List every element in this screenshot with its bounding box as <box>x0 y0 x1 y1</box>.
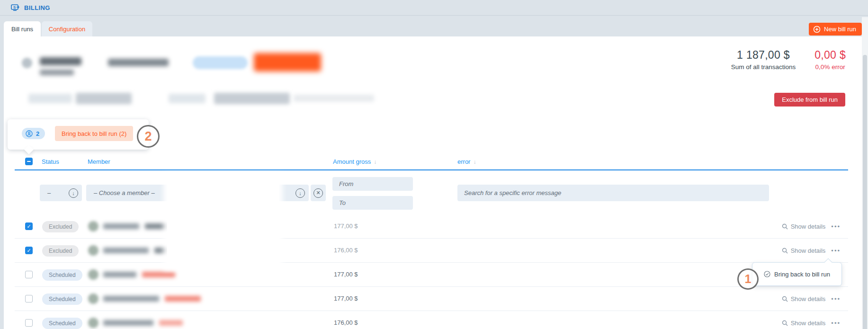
select-all-checkbox[interactable] <box>25 158 33 165</box>
action-badge-redacted <box>254 53 321 71</box>
meta-1-redacted <box>28 94 72 103</box>
sum-label: Sum of all transactions <box>731 63 796 71</box>
clear-icon[interactable]: ✕ <box>313 188 323 198</box>
column-member: Member <box>88 158 110 165</box>
member-avatar <box>88 293 98 304</box>
row-checkbox[interactable] <box>25 271 33 278</box>
column-status: Status <box>42 158 59 165</box>
row-checkbox[interactable]: ✓ <box>25 222 33 230</box>
bill-run-stats: 1 187,00 $ Sum of all transactions 0,00 … <box>731 49 846 71</box>
table-header: Status Member Amount gross↓ error↓ <box>15 156 848 169</box>
amount-to-input[interactable] <box>332 199 430 206</box>
member-filter-select[interactable]: – Choose a member – ↓ <box>86 185 309 201</box>
search-icon <box>782 320 788 326</box>
error-search-input[interactable] <box>457 189 769 196</box>
status-badge-redacted <box>193 56 248 69</box>
show-details-button[interactable]: Show details <box>782 295 826 302</box>
row-checkbox[interactable] <box>25 319 33 327</box>
meta-3-redacted <box>169 94 206 103</box>
page-title-text: BILLING <box>24 4 50 11</box>
scrollbar-track <box>862 17 868 329</box>
error-search-filter[interactable] <box>457 185 769 201</box>
status-badge: Excluded <box>42 221 79 232</box>
sort-down-icon[interactable]: ↓ <box>473 159 476 165</box>
status-badge: Scheduled <box>42 269 82 281</box>
member-name-redacted <box>103 320 153 326</box>
show-details-button[interactable]: Show details <box>782 320 826 327</box>
billing-page: S BILLING Bill runs Configuration New bi… <box>0 0 868 329</box>
svg-text:S: S <box>13 5 16 9</box>
member-avatar <box>88 318 98 328</box>
dropdown-arrow-icon[interactable]: ↓ <box>295 188 305 198</box>
row-checkbox[interactable] <box>25 295 33 302</box>
row-context-menu[interactable]: Bring back to bill run <box>752 262 842 286</box>
amount-cell: 176,00 $ <box>334 247 358 254</box>
table-row: Scheduled 177,00 $ Show details <box>15 263 848 287</box>
amount-cell: 177,00 $ <box>334 295 358 302</box>
member-tag-redacted <box>159 320 183 326</box>
column-amount-gross[interactable]: Amount gross↓ <box>333 158 376 165</box>
amount-to-filter[interactable] <box>332 196 413 210</box>
clear-member-filter-button[interactable]: ✕ <box>311 185 326 201</box>
member-avatar <box>88 245 98 256</box>
table-row: Scheduled 176,00 $ Show details <box>15 311 848 329</box>
member-avatar <box>88 221 98 231</box>
top-bar: S BILLING <box>0 0 868 16</box>
more-actions-icon[interactable] <box>831 249 841 252</box>
tab-bill-runs[interactable]: Bill runs <box>4 21 41 36</box>
amount-from-filter[interactable] <box>332 177 413 191</box>
row-checkbox[interactable]: ✓ <box>25 247 33 254</box>
member-avatar <box>88 269 98 280</box>
tab-configuration[interactable]: Configuration <box>42 21 92 36</box>
check-circle-icon <box>764 271 770 277</box>
annotation-circle-1: 1 <box>737 268 759 290</box>
error-percent-label: 0,0% error <box>815 63 845 71</box>
bill-run-avatar <box>22 58 32 68</box>
member-tag-redacted <box>165 296 201 302</box>
dropdown-arrow-icon[interactable]: ↓ <box>69 188 78 198</box>
amount-cell: 177,00 $ <box>334 271 358 278</box>
amount-cell: 176,00 $ <box>334 319 358 326</box>
table-row: ✓ Excluded 176,00 $ Show details <box>15 239 848 263</box>
exclude-from-bill-run-button[interactable]: Exclude from bill run <box>774 93 845 107</box>
error-sum-value: 0,00 $ <box>814 49 846 62</box>
member-tag-redacted <box>145 223 185 229</box>
member-tag-redacted <box>154 248 192 253</box>
member-name-redacted <box>103 248 149 253</box>
meta-2-redacted <box>76 93 132 104</box>
search-icon <box>782 248 788 254</box>
more-actions-icon[interactable] <box>831 298 841 301</box>
table-row: Scheduled 177,00 $ Show details <box>15 287 848 311</box>
new-bill-run-button[interactable]: New bill run <box>809 23 862 36</box>
status-filter-select[interactable]: – ↓ <box>40 185 82 201</box>
page-title: S BILLING <box>11 4 50 11</box>
amount-from-input[interactable] <box>332 180 430 187</box>
member-name-redacted <box>103 296 159 302</box>
show-details-button[interactable]: Show details <box>782 247 826 254</box>
member-name-redacted <box>103 223 139 229</box>
selected-count: 2 <box>36 130 39 137</box>
selection-toolbar-popup: 2 Bring back to bill run (2) <box>8 119 149 150</box>
more-actions-icon[interactable] <box>831 322 841 325</box>
amount-cell: 177,00 $ <box>334 222 358 230</box>
status-badge: Excluded <box>42 245 79 257</box>
member-tag-redacted <box>142 272 175 277</box>
plus-circle-icon <box>813 26 821 33</box>
sort-down-icon[interactable]: ↓ <box>374 159 376 165</box>
sum-value: 1 187,00 $ <box>737 49 790 62</box>
selected-count-badge[interactable]: 2 <box>22 128 45 139</box>
context-menu-item-label[interactable]: Bring back to bill run <box>774 271 830 278</box>
scrollbar-thumb[interactable] <box>863 55 867 329</box>
meta-5-redacted <box>294 95 374 102</box>
more-actions-icon[interactable] <box>831 225 841 228</box>
table-row: ✓ Excluded 177,00 $ Show details <box>15 214 848 239</box>
person-circle-icon <box>26 130 33 137</box>
show-details-button[interactable]: Show details <box>782 223 826 230</box>
annotation-circle-2: 2 <box>137 125 160 148</box>
billing-icon: S <box>11 4 20 11</box>
meta-4-redacted <box>214 93 290 104</box>
bring-back-to-bill-run-button[interactable]: Bring back to bill run (2) <box>55 126 133 141</box>
bill-run-name-redacted <box>108 59 169 66</box>
header-underline <box>15 169 848 170</box>
column-error[interactable]: error↓ <box>457 158 476 165</box>
